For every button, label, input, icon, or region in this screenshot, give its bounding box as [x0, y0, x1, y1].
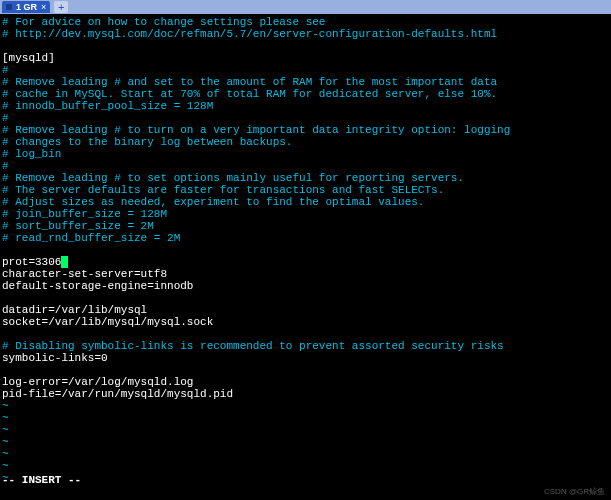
code-line [2, 328, 609, 340]
empty-line-tilde: ~ [2, 412, 609, 424]
empty-line-tilde: ~ [2, 460, 609, 472]
close-icon[interactable]: × [41, 1, 46, 13]
empty-line-tilde: ~ [2, 472, 609, 484]
code-line: # read_rnd_buffer_size = 2M [2, 232, 609, 244]
code-line: # sort_buffer_size = 2M [2, 220, 609, 232]
watermark: CSDN @GR鲸鱼 [544, 486, 605, 498]
empty-line-tilde: ~ [2, 436, 609, 448]
code-line: log-error=/var/log/mysqld.log [2, 376, 609, 388]
code-line: pid-file=/var/run/mysqld/mysqld.pid [2, 388, 609, 400]
code-line [2, 244, 609, 256]
code-line: # changes to the binary log between back… [2, 136, 609, 148]
tab-active[interactable]: 1 GR × [2, 1, 50, 13]
code-line: prot=3306 [2, 256, 609, 268]
code-line: # join_buffer_size = 128M [2, 208, 609, 220]
code-line [2, 292, 609, 304]
code-line: # Disabling symbolic-links is recommende… [2, 340, 609, 352]
code-line: # For advice on how to change settings p… [2, 16, 609, 28]
code-line: character-set-server=utf8 [2, 268, 609, 280]
code-line: # Remove leading # to turn on a very imp… [2, 124, 609, 136]
code-line: # cache in MySQL. Start at 70% of total … [2, 88, 609, 100]
add-tab-button[interactable]: + [54, 1, 68, 13]
code-line [2, 40, 609, 52]
code-line [2, 364, 609, 376]
tab-bar: 1 GR × + [0, 0, 611, 14]
code-line: datadir=/var/lib/mysql [2, 304, 609, 316]
empty-line-tilde: ~ [2, 400, 609, 412]
code-line: symbolic-links=0 [2, 352, 609, 364]
plus-icon: + [58, 1, 64, 13]
code-line: # http://dev.mysql.com/doc/refman/5.7/en… [2, 28, 609, 40]
code-line: # [2, 160, 609, 172]
empty-line-tilde: ~ [2, 448, 609, 460]
code-line: # Remove leading # to set options mainly… [2, 172, 609, 184]
editor-area[interactable]: # For advice on how to change settings p… [0, 14, 611, 484]
code-line: [mysqld] [2, 52, 609, 64]
empty-line-tilde: ~ [2, 424, 609, 436]
code-line: # Remove leading # and set to the amount… [2, 76, 609, 88]
tab-session-icon [6, 4, 12, 10]
code-line: # innodb_buffer_pool_size = 128M [2, 100, 609, 112]
code-line: default-storage-engine=innodb [2, 280, 609, 292]
code-line: # [2, 112, 609, 124]
tab-title: 1 GR [16, 1, 37, 13]
text-cursor [61, 256, 68, 268]
code-line: # The server defaults are faster for tra… [2, 184, 609, 196]
vim-status-mode: -- INSERT -- [2, 474, 81, 486]
code-line: # [2, 64, 609, 76]
code-line: # log_bin [2, 148, 609, 160]
code-line: # Adjust sizes as needed, experiment to … [2, 196, 609, 208]
code-line: socket=/var/lib/mysql/mysql.sock [2, 316, 609, 328]
